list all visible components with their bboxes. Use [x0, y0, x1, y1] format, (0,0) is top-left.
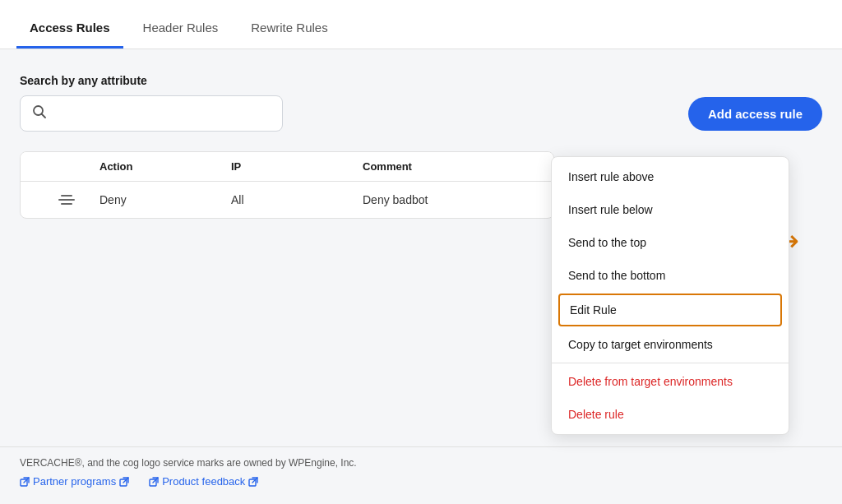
- search-box[interactable]: [20, 95, 283, 132]
- tab-rewrite-rules[interactable]: Rewrite Rules: [238, 21, 340, 49]
- row-ip: All: [231, 193, 363, 206]
- svg-line-7: [153, 478, 158, 483]
- external-link-icon-2: [119, 477, 129, 487]
- svg-line-9: [252, 478, 257, 483]
- context-menu-delete-target[interactable]: Delete from target environments: [552, 365, 789, 398]
- search-icon: [32, 104, 47, 123]
- svg-line-1: [42, 114, 46, 118]
- context-menu-insert-below[interactable]: Insert rule below: [552, 193, 789, 226]
- context-menu-copy-target[interactable]: Copy to target environments: [552, 328, 789, 361]
- drag-handle[interactable]: [34, 195, 99, 205]
- external-link-icon: [20, 477, 30, 487]
- search-row: Add access rule: [20, 95, 822, 132]
- search-label: Search by any attribute: [20, 74, 822, 87]
- row-comment: Deny badbot: [363, 193, 527, 206]
- context-menu-send-bottom[interactable]: Send to the bottom: [552, 259, 789, 292]
- col-ip: IP: [231, 160, 363, 173]
- tab-bar: Access Rules Header Rules Rewrite Rules: [0, 0, 842, 49]
- add-access-rule-button[interactable]: Add access rule: [688, 97, 822, 131]
- col-drag: [34, 160, 99, 173]
- partner-programs-link[interactable]: Partner programs: [20, 475, 129, 488]
- external-link-icon-4: [248, 477, 258, 487]
- context-menu-divider: [552, 363, 789, 363]
- col-action: Action: [99, 160, 231, 173]
- rules-table: Action IP Comment Deny All Deny badbot: [20, 151, 554, 219]
- tab-access-rules[interactable]: Access Rules: [16, 21, 123, 49]
- context-menu: Insert rule above Insert rule below Send…: [551, 156, 789, 435]
- tab-header-rules[interactable]: Header Rules: [130, 21, 232, 49]
- footer: VERCACHE®, and the cog logo service mark…: [0, 446, 842, 504]
- drag-handle-cell[interactable]: [34, 195, 99, 205]
- svg-line-5: [123, 478, 128, 483]
- col-comment: Comment: [363, 160, 527, 173]
- context-menu-edit-rule[interactable]: Edit Rule: [558, 294, 782, 326]
- svg-line-3: [24, 478, 29, 483]
- table-header: Action IP Comment: [21, 152, 553, 182]
- external-link-icon-3: [149, 477, 159, 487]
- product-feedback-link[interactable]: Product feedback: [149, 475, 258, 488]
- context-menu-delete-rule[interactable]: Delete rule: [552, 398, 789, 431]
- table-row: Deny All Deny badbot: [21, 182, 553, 218]
- context-menu-send-top[interactable]: Send to the top: [552, 226, 789, 259]
- footer-copyright: VERCACHE®, and the cog logo service mark…: [20, 457, 822, 469]
- context-menu-insert-above[interactable]: Insert rule above: [552, 160, 789, 193]
- search-input[interactable]: [55, 107, 271, 120]
- row-action: Deny: [99, 193, 231, 206]
- footer-links: Partner programs Product feedback: [20, 475, 822, 488]
